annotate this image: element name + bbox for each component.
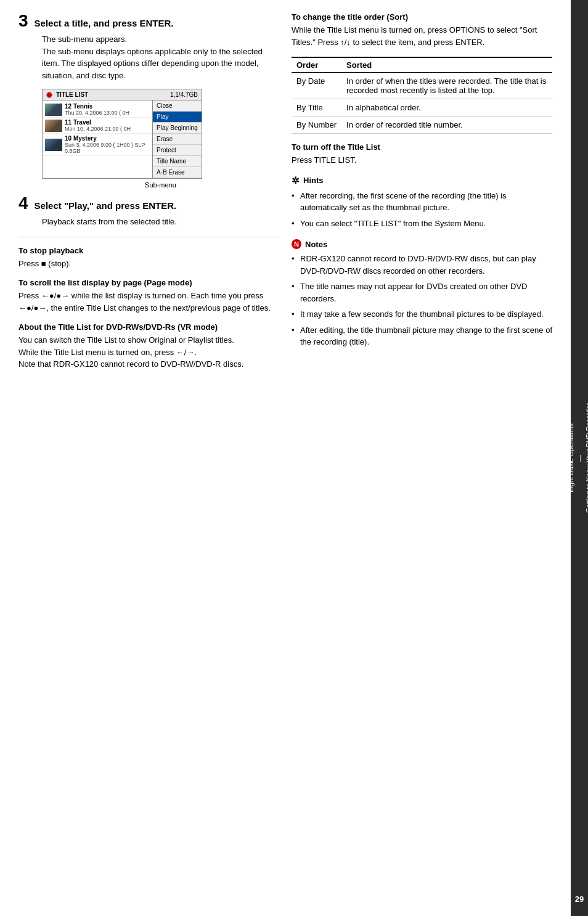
table-row: By Number In order of recorded title num… xyxy=(292,117,552,134)
note-item-1: RDR-GX120 cannot record to DVD-R/DVD-RW … xyxy=(292,253,552,277)
sidebar-line1: Eight Basic Operations xyxy=(566,403,575,513)
step3-body-line1: The sub-menu appears. xyxy=(42,33,279,46)
hint-item-2: You can select "TITLE LIST" from the Sys… xyxy=(292,218,552,230)
turn-off-title-list-body: Press TITLE LIST. xyxy=(292,154,552,166)
list-item: 12 Tennis Thu 20, 4.2006 13:00 ( 0H xyxy=(43,102,152,118)
dvd-item-info-3: 10 Mystery Sun 3, 4.2006 9:00 ( 1H00 ) S… xyxy=(65,135,150,154)
dvd-item-name-1: 12 Tennis xyxy=(65,103,150,110)
sort-order-1: By Date xyxy=(292,73,341,99)
submenu-item-title-name[interactable]: Title Name xyxy=(153,156,202,167)
dvd-header-size: 1,1/4.7GB xyxy=(170,91,198,98)
dvd-thumb-1 xyxy=(45,104,62,116)
note-item-4: After editing, the title thumbnail pictu… xyxy=(292,324,552,348)
dvd-header-title: TITLE LIST xyxy=(56,91,166,98)
step4-title: Select "Play," and press ENTER. xyxy=(35,200,177,211)
hint-item-1: After recording, the first scene of the … xyxy=(292,190,552,214)
list-item: 10 Mystery Sun 3, 4.2006 9:00 ( 1H00 ) S… xyxy=(43,134,152,156)
hints-list: After recording, the first scene of the … xyxy=(292,190,552,230)
sort-table-header-order: Order xyxy=(292,57,341,73)
hints-header: ✲ Hints xyxy=(292,175,552,186)
sort-order-3: By Number xyxy=(292,117,341,134)
change-title-order-section: To change the title order (Sort) While t… xyxy=(292,12,552,134)
sort-sorted-3: In order of recorded title number. xyxy=(341,117,552,134)
submenu-item-play-beginning[interactable]: Play Beginning xyxy=(153,123,202,134)
notes-icon: N xyxy=(292,239,301,249)
dvd-thumb-2 xyxy=(45,120,62,132)
notes-header: N Notes xyxy=(292,239,552,249)
dvd-header-dot xyxy=(46,92,52,98)
scroll-list-body: Press ←●/●→ while the list display is tu… xyxy=(18,290,279,314)
about-line1: You can switch the Title List to show Or… xyxy=(18,334,279,346)
hints-section: ✲ Hints After recording, the first scene… xyxy=(292,175,552,230)
step3-body: The sub-menu appears. The sub-menu displ… xyxy=(42,33,279,81)
about-title-list-body: You can switch the Title List to show Or… xyxy=(18,334,279,370)
step4-number: 4 xyxy=(18,195,28,212)
turn-off-title-list-title: To turn off the Title List xyxy=(292,142,552,152)
dvd-header: TITLE LIST 1,1/4.7GB xyxy=(43,89,202,100)
stop-playback-section: To stop playback Press ■ (stop). xyxy=(18,246,279,270)
submenu-item-protect[interactable]: Protect xyxy=(153,145,202,156)
table-row: By Title In alphabetical order. xyxy=(292,99,552,117)
sort-order-2: By Title xyxy=(292,99,341,117)
sort-table-header-sorted: Sorted xyxy=(341,57,552,73)
sort-table: Order Sorted By Date In order of when th… xyxy=(292,57,552,134)
dvd-mockup: TITLE LIST 1,1/4.7GB 12 Tennis Thu 20, 4… xyxy=(42,89,202,179)
scroll-list-title: To scroll the list display by page (Page… xyxy=(18,278,279,287)
notes-section: N Notes RDR-GX120 cannot record to DVD-R… xyxy=(292,239,552,348)
dvd-item-meta-1: Thu 20, 4.2006 13:00 ( 0H xyxy=(65,110,150,116)
notes-list: RDR-GX120 cannot record to DVD-R/DVD-RW … xyxy=(292,253,552,348)
hints-icon: ✲ xyxy=(292,175,300,186)
submenu-item-ab-erase[interactable]: A-B Erase xyxy=(153,167,202,178)
scroll-list-section: To scroll the list display by page (Page… xyxy=(18,278,279,314)
dvd-thumb-3 xyxy=(45,139,62,151)
about-title-list-section: About the Title List for DVD-RWs/DVD-Rs … xyxy=(18,322,279,370)
dvd-item-name-3: 10 Mystery xyxy=(65,135,150,142)
hints-label: Hints xyxy=(303,176,324,185)
list-item: 11 Travel Mon 10, 4.2006 21:00 ( 0H xyxy=(43,118,152,134)
submenu-item-close[interactable]: Close xyxy=(153,100,202,112)
dvd-item-info-2: 11 Travel Mon 10, 4.2006 21:00 ( 0H xyxy=(65,119,150,132)
note-item-3: It may take a few seconds for the thumbn… xyxy=(292,308,552,321)
table-row: By Date In order of when the titles were… xyxy=(292,73,552,99)
sub-menu-label: Sub-menu xyxy=(42,181,279,189)
page-number: 29 xyxy=(575,894,584,904)
sidebar-line2: — xyxy=(575,406,584,510)
step3-number: 3 xyxy=(18,12,28,30)
submenu-item-erase[interactable]: Erase xyxy=(153,134,202,145)
dvd-item-info-1: 12 Tennis Thu 20, 4.2006 13:00 ( 0H xyxy=(65,103,150,116)
step4-container: 4 Select "Play," and press ENTER. Playba… xyxy=(18,195,279,228)
divider-1 xyxy=(18,237,279,237)
stop-playback-body: Press ■ (stop). xyxy=(18,258,279,270)
sidebar-tab-text: Eight Basic Operations — Getting to Know… xyxy=(566,397,588,519)
stop-playback-title: To stop playback xyxy=(18,246,279,255)
change-title-order-title: To change the title order (Sort) xyxy=(292,12,552,22)
change-title-order-body: While the Title List menu is turned on, … xyxy=(292,24,552,48)
dvd-item-name-2: 11 Travel xyxy=(65,119,150,126)
dvd-submenu: Close Play Play Beginning Erase Protect … xyxy=(152,100,202,178)
dvd-body: 12 Tennis Thu 20, 4.2006 13:00 ( 0H 11 T… xyxy=(43,100,202,178)
notes-label: Notes xyxy=(305,240,327,249)
step4-body: Playback starts from the selected title. xyxy=(42,216,279,228)
sort-sorted-1: In order of when the titles were recorde… xyxy=(341,73,552,99)
note-item-2: The title names may not appear for DVDs … xyxy=(292,280,552,305)
sort-sorted-2: In alphabetical order. xyxy=(341,99,552,117)
sidebar-tab: Eight Basic Operations — Getting to Know… xyxy=(571,0,588,916)
dvd-list: 12 Tennis Thu 20, 4.2006 13:00 ( 0H 11 T… xyxy=(43,100,152,178)
dvd-item-meta-2: Mon 10, 4.2006 21:00 ( 0H xyxy=(65,126,150,132)
step3-title: Select a title, and press ENTER. xyxy=(35,18,174,28)
about-title-list-title: About the Title List for DVD-RWs/DVD-Rs … xyxy=(18,322,279,332)
sidebar-line3: Getting to Know Your DVD Recorder xyxy=(584,403,588,513)
about-line2: While the Title List menu is turned on, … xyxy=(18,346,279,359)
turn-off-title-list-section: To turn off the Title List Press TITLE L… xyxy=(292,142,552,166)
dvd-item-meta-3: Sun 3, 4.2006 9:00 ( 1H00 ) SLP 0.8GB xyxy=(65,142,150,154)
step3-body-line2: The sub-menu displays options applicable… xyxy=(42,46,279,82)
about-line3: Note that RDR-GX120 cannot record to DVD… xyxy=(18,358,279,370)
submenu-item-play[interactable]: Play xyxy=(153,112,202,123)
